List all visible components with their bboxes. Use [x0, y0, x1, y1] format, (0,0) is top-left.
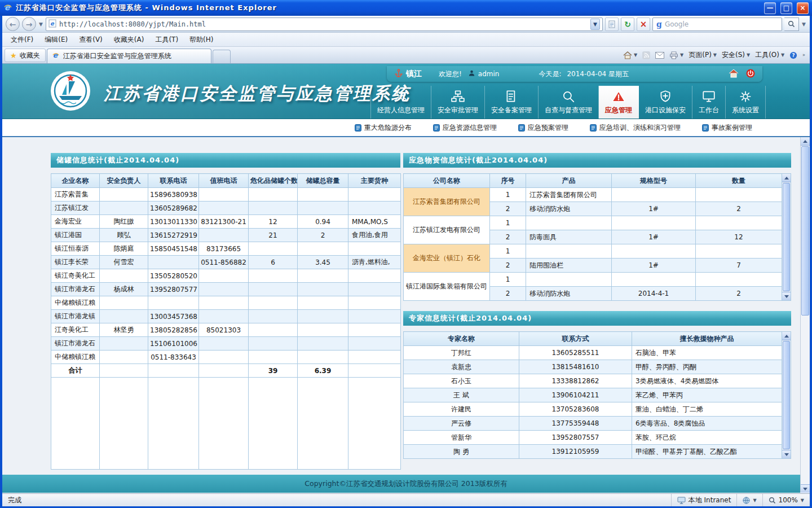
home-dropdown-icon[interactable]: ▼ [634, 52, 637, 58]
zoom-control[interactable]: 100% ▼ [762, 494, 810, 506]
read-mail-icon[interactable] [655, 52, 664, 59]
nav-emergency[interactable]: 应急管理 [599, 86, 639, 119]
scroll-thumb[interactable] [801, 146, 809, 316]
address-dropdown-button[interactable]: ▼ [590, 19, 600, 30]
search-dropdown-icon[interactable]: ▼ [801, 21, 806, 27]
menu-item-2[interactable]: 编辑(E) [39, 33, 73, 46]
toolbar-overflow-chevron[interactable]: » [802, 52, 805, 58]
back-button[interactable]: ← [6, 17, 20, 31]
company-cell: 金海宏业（镇江）石化 [404, 244, 490, 273]
table-cell: 中储粮镇江粮 [51, 351, 100, 364]
scroll-up-icon[interactable] [801, 137, 810, 146]
scroll-down-icon[interactable] [782, 292, 791, 300]
scroll-up-icon[interactable] [782, 332, 791, 340]
table-cell: 陆用围油栏 [526, 259, 612, 273]
table-row: 江奇美化工林坚勇1380528285685021303 [51, 323, 401, 337]
search-input[interactable]: g Google [652, 17, 782, 31]
table-cell [148, 256, 199, 269]
table-cell [199, 378, 249, 470]
table-cell: 39 [249, 364, 298, 378]
nav-workbench[interactable]: 工作台 [692, 86, 726, 119]
new-tab-stub[interactable] [213, 50, 231, 63]
table-cell: 沥青,燃料油, [348, 256, 401, 269]
safety-menu[interactable]: 安全(S)▼ [722, 50, 750, 60]
subnav-item-5[interactable]: 事故案例管理 [702, 123, 752, 133]
compatibility-view-button[interactable] [605, 17, 619, 31]
table-cell [526, 216, 612, 230]
help-button[interactable]: ? [789, 51, 797, 59]
subnav-item-4[interactable]: 应急培训、演练和演习管理 [590, 123, 681, 133]
close-button[interactable]: × [797, 2, 809, 14]
forward-button[interactable]: → [22, 17, 36, 31]
history-dropdown-icon[interactable]: ▼ [38, 21, 43, 27]
page-scrollbar[interactable] [800, 137, 810, 493]
scroll-thumb[interactable] [783, 183, 790, 291]
menu-item-1[interactable]: 文件(F) [6, 33, 38, 46]
status-text: 完成 [2, 496, 27, 505]
home-shortcut-icon[interactable] [729, 68, 739, 80]
scroll-down-icon[interactable] [801, 484, 810, 493]
nav-operator-info[interactable]: 经营人信息管理 [370, 86, 431, 119]
print-button[interactable]: ▼ [669, 51, 683, 59]
url-text[interactable]: http://localhost:8080/yjpt/Main.html [59, 20, 588, 28]
table-row: 中储粮镇江粮0511-833643 [51, 351, 401, 364]
nav-port-security[interactable]: 港口设施保安 [639, 86, 692, 119]
menu-item-6[interactable]: 帮助(H) [184, 33, 218, 46]
tab-active[interactable]: e 江苏省港口安全监管与应急管理系统 [47, 49, 211, 63]
scroll-down-icon[interactable] [782, 450, 791, 458]
table-cell: 林坚勇 [100, 323, 148, 337]
menu-item-3[interactable]: 查看(V) [74, 33, 108, 46]
print-dropdown-icon[interactable]: ▼ [680, 52, 683, 58]
menu-item-4[interactable]: 收藏夹(A) [109, 33, 149, 46]
rss-feed-icon[interactable] [642, 51, 650, 59]
minimize-button[interactable]: — [764, 2, 776, 14]
subnav-item-2[interactable]: 应急资源信息管理 [433, 123, 497, 133]
page-menu[interactable]: 页面(P)▼ [689, 50, 717, 60]
nav-safety-approval[interactable]: 安全审批管理 [431, 86, 485, 119]
scroll-thumb[interactable] [783, 341, 790, 449]
table-cell: 3类易燃液体、4类易燃固体 [632, 374, 782, 388]
home-button[interactable]: ▼ [623, 51, 637, 59]
table-cell: 1 [490, 216, 526, 230]
supplies-scrollbar[interactable] [782, 173, 791, 301]
table-cell [298, 310, 348, 323]
address-input[interactable]: e http://localhost:8080/yjpt/Main.html ▼ [46, 17, 603, 31]
table-cell [696, 273, 782, 287]
table-cell: 管新华 [404, 431, 519, 445]
column-header: 产品 [526, 174, 612, 188]
protected-mode-indicator[interactable]: ▼ [736, 494, 762, 506]
table-cell: 2 [696, 287, 782, 301]
experts-scrollbar[interactable] [782, 331, 791, 459]
subnav-item-1[interactable]: 重大危险源分布 [355, 123, 412, 133]
table-cell: 13906104211 [519, 388, 632, 402]
tools-menu[interactable]: 工具(O)▼ [755, 50, 784, 60]
nav-safety-record[interactable]: 安全备案管理 [485, 86, 539, 119]
search-icon [561, 89, 576, 104]
table-cell [51, 378, 100, 470]
table-cell [199, 296, 249, 310]
table-cell: 13605289682 [148, 202, 199, 215]
stop-button[interactable]: × [637, 17, 650, 31]
table-cell [526, 273, 612, 287]
column-header: 储罐总容量 [298, 174, 348, 188]
scroll-up-icon[interactable] [782, 174, 791, 182]
search-button[interactable] [784, 17, 799, 31]
favorites-button[interactable]: ★ 收藏夹 [5, 49, 46, 62]
nav-self-inspection[interactable]: 自查与督查管理 [539, 86, 599, 119]
menu-item-5[interactable]: 工具(T) [150, 33, 183, 46]
maximize-button[interactable]: □ [780, 2, 792, 14]
supplies-panel: 应急物资信息统计(截止2014.04.04) 公司名称序号产品规格型号数量 江苏… [403, 153, 791, 301]
table-cell: 2 [298, 229, 348, 242]
tank-table-header: 企业名称安全负责人联系电话值班电话危化品储罐个数储罐总容量主要货种 [51, 174, 401, 188]
table-cell: 13952807577 [148, 283, 199, 296]
subnav-label: 应急预案管理 [528, 123, 568, 133]
shield-icon [658, 89, 673, 104]
table-cell: 13815481610 [519, 360, 632, 374]
table-cell [696, 244, 782, 259]
column-header: 数量 [696, 174, 782, 188]
refresh-button[interactable]: ↻ [621, 17, 634, 31]
logout-icon[interactable] [745, 68, 756, 80]
subnav-item-3[interactable]: 应急预案管理 [518, 123, 568, 133]
nav-settings[interactable]: 系统设置 [726, 86, 766, 119]
table-cell [348, 310, 401, 323]
